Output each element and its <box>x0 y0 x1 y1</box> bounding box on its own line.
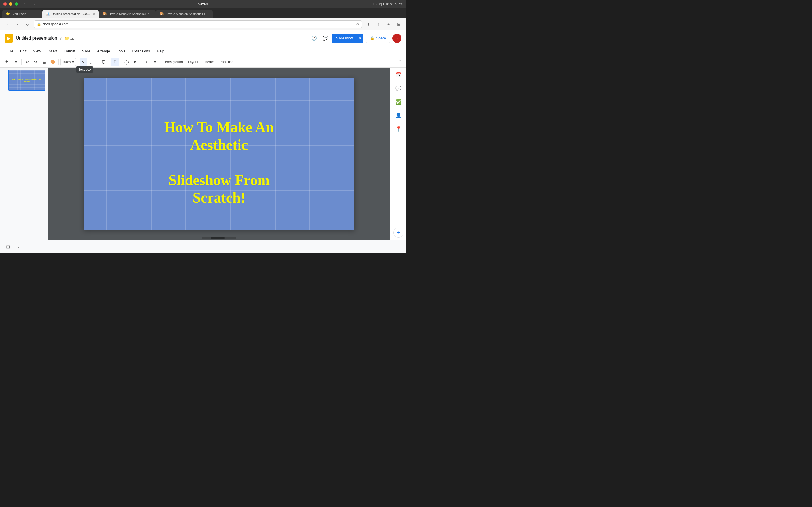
scrollbar-thumb[interactable] <box>211 237 225 239</box>
menu-insert[interactable]: Insert <box>45 48 60 54</box>
share-button[interactable]: 🔒 Share <box>366 34 390 43</box>
theme-button[interactable]: Theme <box>201 58 216 66</box>
slide-title-line2: Slideshow From Scratch! <box>168 172 270 205</box>
menu-view[interactable]: View <box>30 48 44 54</box>
tab-how2[interactable]: 🎨 How to Make an Aesthetic Presentation … <box>156 10 213 18</box>
add-panel-button[interactable]: + <box>393 228 403 238</box>
maps-panel-icon[interactable]: 📍 <box>393 124 403 134</box>
lock-share-icon: 🔒 <box>370 36 374 40</box>
line-button[interactable]: / <box>143 58 151 66</box>
tab-slides[interactable]: 📊 Untitled presentation - Google Slides … <box>42 10 99 18</box>
forward-button[interactable]: › <box>31 0 38 8</box>
redo-button[interactable]: ↪ <box>32 58 40 66</box>
separator-5 <box>109 59 109 65</box>
transition-button[interactable]: Transition <box>216 58 236 66</box>
shield-icon[interactable]: 🛡 <box>24 20 32 28</box>
url-text: docs.google.com <box>43 22 68 26</box>
slide-title[interactable]: How To Make An Aesthetic Slideshow From … <box>151 101 287 207</box>
slide-1-thumbnail[interactable]: How To Make An Aesthetic Slideshow From … <box>8 70 45 91</box>
minimize-button[interactable] <box>9 2 12 6</box>
add-button[interactable]: + <box>2 58 11 66</box>
background-button[interactable]: Background <box>163 58 185 66</box>
zoom-dropdown-icon: ▾ <box>72 60 74 64</box>
menu-arrange[interactable]: Arrange <box>94 48 113 54</box>
image-insert-button[interactable]: 🖼 <box>100 58 107 66</box>
close-button[interactable] <box>3 2 7 6</box>
canvas-wrapper[interactable]: How To Make An Aesthetic Slideshow From … <box>48 68 390 240</box>
user-avatar[interactable]: G <box>393 34 402 43</box>
app-header-right: 🕐 💬 Slideshow ▾ 🔒 Share G <box>310 34 402 43</box>
add-dropdown[interactable]: ▾ <box>12 58 20 66</box>
separator-8 <box>161 59 161 65</box>
slideshow-dropdown-arrow[interactable]: ▾ <box>357 34 363 43</box>
contacts-panel-icon[interactable]: 👤 <box>393 110 403 121</box>
shape-dropdown[interactable]: ▾ <box>131 58 139 66</box>
slide-title-line1: How To Make An Aesthetic <box>164 119 274 153</box>
calendar-panel-icon[interactable]: 📅 <box>393 70 403 80</box>
folder-icon[interactable]: 📁 <box>64 36 69 41</box>
horizontal-scrollbar[interactable] <box>202 237 236 239</box>
share-browser-icon[interactable]: ↑ <box>374 20 382 28</box>
tasks-panel-icon[interactable]: ✅ <box>393 97 403 107</box>
collapse-panel-button[interactable]: ‹ <box>15 243 22 251</box>
grid-view-button[interactable]: ⊞ <box>3 242 12 251</box>
menu-edit[interactable]: Edit <box>17 48 29 54</box>
print-button[interactable]: 🖨 <box>40 58 48 66</box>
notes-panel-icon[interactable]: 💬 <box>393 83 403 94</box>
sidebar-toggle-icon[interactable]: ⊟ <box>395 20 403 28</box>
lock-icon: 🔒 <box>37 22 41 26</box>
add-bookmark-icon[interactable]: + <box>385 20 393 28</box>
url-bar[interactable]: 🔒 docs.google.com ↻ <box>34 20 362 28</box>
download-icon[interactable]: ⬇ <box>364 20 372 28</box>
titlebar: ‹ › Safari Tue Apr 18 5:15 PM <box>0 0 406 8</box>
maximize-button[interactable] <box>15 2 18 6</box>
paint-format-button[interactable]: 🎨 <box>49 58 57 66</box>
star-icon[interactable]: ☆ <box>59 36 63 41</box>
app-logo: ▶ <box>4 34 13 43</box>
content-area: 1 How To Make An Aesthetic Slideshow Fro… <box>0 68 406 240</box>
slide-canvas[interactable]: How To Make An Aesthetic Slideshow From … <box>84 78 354 230</box>
slides-tab-icon: 📊 <box>46 12 50 16</box>
back-nav-button[interactable]: ‹ <box>3 20 11 28</box>
zoom-value: 100% <box>62 60 71 64</box>
select-tool[interactable]: ⬚ <box>88 58 96 66</box>
reload-icon[interactable]: ↻ <box>356 22 359 26</box>
menu-file[interactable]: File <box>4 48 16 54</box>
toolbar: + ▾ ↩ ↪ 🖨 🎨 100% ▾ ↖ ⬚ 🖼 T Text box ◯ ▾ … <box>0 56 406 68</box>
undo-button[interactable]: ↩ <box>23 58 31 66</box>
zoom-selector[interactable]: 100% ▾ <box>60 58 76 66</box>
startpage-tab-icon: ⭐ <box>6 12 10 16</box>
slideshow-button[interactable]: Slideshow <box>332 34 357 43</box>
app-title-area: Untitled presentation ☆ 📁 ☁ <box>16 36 74 41</box>
back-button[interactable]: ‹ <box>20 0 28 8</box>
tab-startpage[interactable]: ⭐ Start Page <box>2 10 42 18</box>
separator-3 <box>78 59 78 65</box>
layout-button[interactable]: Layout <box>186 58 200 66</box>
slide-1-container: 1 How To Make An Aesthetic Slideshow Fro… <box>2 70 45 91</box>
share-button-label: Share <box>376 36 386 40</box>
how2-tab-label: How to Make an Aesthetic Presentation Fr… <box>165 12 209 15</box>
tab-how1[interactable]: 🎨 How to Make An Aesthetic Presentation … <box>99 10 156 18</box>
textbox-button[interactable]: T <box>111 58 119 66</box>
menu-extensions[interactable]: Extensions <box>130 48 153 54</box>
slides-tab-close[interactable]: ✕ <box>93 12 95 16</box>
cloud-icon[interactable]: ☁ <box>70 36 74 41</box>
menu-tools[interactable]: Tools <box>114 48 128 54</box>
forward-nav-button[interactable]: › <box>13 20 21 28</box>
comments-icon[interactable]: 💬 <box>321 34 330 43</box>
shape-button[interactable]: ◯ <box>123 58 131 66</box>
slides-logo-icon: ▶ <box>7 35 11 41</box>
slide-thumb-title: How To Make An Aesthetic Slideshow From … <box>9 77 45 83</box>
slides-panel: 1 How To Make An Aesthetic Slideshow Fro… <box>0 68 48 240</box>
slide-1-number: 1 <box>2 70 7 74</box>
line-dropdown[interactable]: ▾ <box>151 58 159 66</box>
how1-tab-icon: 🎨 <box>103 12 107 16</box>
menu-slide[interactable]: Slide <box>79 48 93 54</box>
separator-1 <box>21 59 22 65</box>
how2-tab-icon: 🎨 <box>160 12 164 16</box>
menu-help[interactable]: Help <box>154 48 167 54</box>
history-icon[interactable]: 🕐 <box>310 34 319 43</box>
collapse-toolbar-button[interactable]: ⌃ <box>396 58 404 66</box>
menu-format[interactable]: Format <box>61 48 78 54</box>
cursor-tool[interactable]: ↖ <box>80 58 87 66</box>
